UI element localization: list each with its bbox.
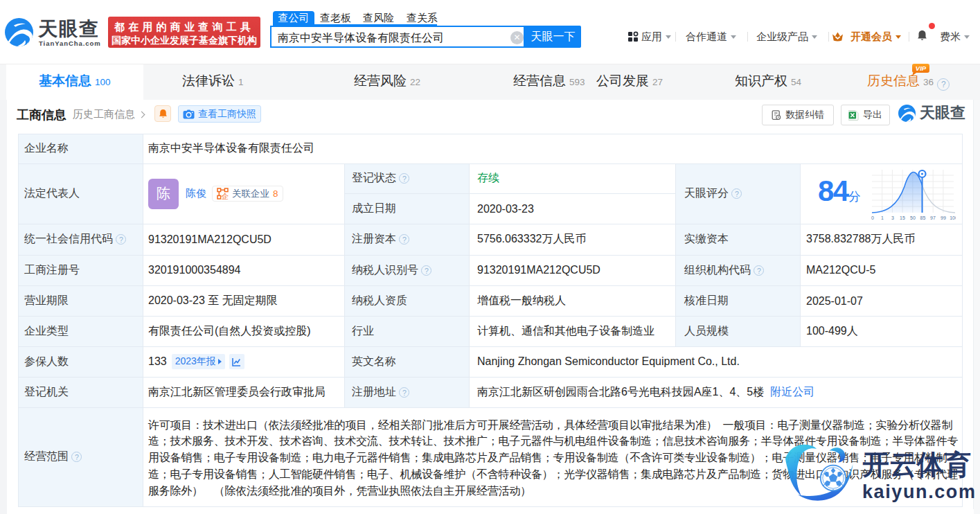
svg-text:99: 99 [941,215,946,220]
svg-text:企: 企 [221,192,229,200]
svg-text:1: 1 [881,215,884,220]
svg-text:0: 0 [871,215,874,220]
svg-text:50: 50 [910,215,916,220]
svg-text:3: 3 [891,215,894,220]
svg-text:100: 100 [950,215,956,220]
svg-text:15: 15 [900,215,905,220]
svg-text:97: 97 [930,215,936,220]
svg-text:85: 85 [920,215,926,220]
